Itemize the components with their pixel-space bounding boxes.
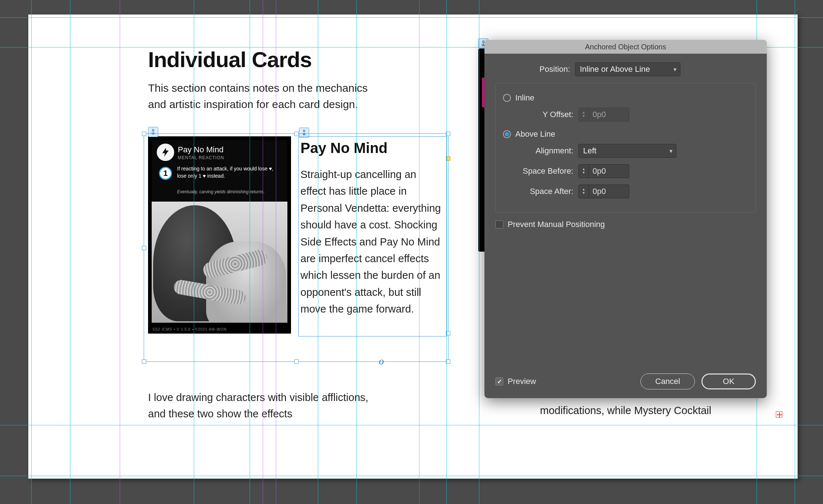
lightning-icon — [157, 144, 174, 161]
y-offset-value: 0p0 — [589, 110, 629, 119]
canvas[interactable]: Individual Cards This section contains n… — [0, 0, 823, 504]
ok-button[interactable]: OK — [701, 373, 756, 389]
resize-handle[interactable] — [294, 359, 299, 364]
card-cost-badge: 1 — [159, 167, 172, 180]
body-text: Straight-up cancelling an effect has lit… — [300, 166, 442, 318]
position-dropdown[interactable]: Inline or Above Line — [575, 62, 680, 76]
guide-horizontal[interactable] — [0, 17, 823, 18]
inline-label: Inline — [515, 93, 535, 103]
prevent-manual-checkbox[interactable] — [495, 220, 503, 228]
stepper-buttons: ▲▼ — [579, 108, 589, 121]
position-label: Position: — [495, 65, 575, 74]
preview-label: Preview — [508, 377, 536, 386]
stepper-buttons[interactable]: ▲▼ — [579, 185, 589, 198]
anchored-object-options-dialog[interactable]: Anchored Object Options Position: Inline… — [484, 40, 767, 398]
intro-text: This section contains notes on the mecha… — [148, 80, 380, 112]
guide-vertical[interactable] — [356, 0, 357, 504]
resize-handle[interactable] — [142, 246, 146, 250]
guide-vertical[interactable] — [31, 0, 32, 504]
prevent-manual-label: Prevent Manual Positioning — [508, 220, 605, 229]
card-footer: SS2 ICMS • V 1.5.0 • ©2021 AW-WON — [152, 327, 227, 331]
card-artwork — [152, 202, 287, 323]
guide-vertical[interactable] — [318, 0, 318, 504]
baseline-glyph: o — [379, 355, 384, 367]
card-subtitle: MENTAL REACTION — [178, 155, 224, 160]
above-line-radio[interactable] — [503, 130, 511, 138]
space-before-value[interactable]: 0p0 — [589, 166, 629, 176]
svg-point-1 — [303, 130, 305, 132]
alignment-value: Left — [583, 146, 597, 156]
dialog-footer: Preview Cancel OK — [495, 373, 756, 389]
column-guide[interactable] — [419, 0, 419, 504]
svg-point-2 — [483, 41, 484, 43]
y-offset-label: Y Offset: — [509, 110, 578, 119]
ok-label: OK — [723, 377, 734, 386]
card-rules-text: If reacting to an attack, if you would l… — [177, 165, 284, 179]
space-before-stepper[interactable]: ▲▼ 0p0 — [578, 164, 629, 178]
resize-handle[interactable] — [142, 132, 146, 136]
right-col-text-bottom: modifications, while Mystery Cocktail — [540, 405, 711, 417]
column-guide[interactable] — [120, 0, 120, 504]
card-flavor-text: Eventually, carving yields diminishing r… — [177, 189, 284, 194]
alignment-label: Alignment: — [509, 146, 578, 156]
resize-handle[interactable] — [294, 132, 299, 136]
guide-vertical[interactable] — [795, 0, 795, 504]
column-guide[interactable] — [276, 0, 276, 504]
inline-radio[interactable] — [503, 94, 511, 102]
svg-point-0 — [152, 129, 154, 131]
y-offset-stepper: ▲▼ 0p0 — [578, 108, 629, 121]
guide-horizontal[interactable] — [0, 425, 823, 425]
stepper-buttons[interactable]: ▲▼ — [579, 165, 589, 178]
resize-handle[interactable] — [142, 359, 146, 364]
guide-horizontal[interactable] — [0, 476, 823, 476]
position-value: Inline or Above Line — [580, 65, 650, 74]
guide-vertical[interactable] — [446, 0, 447, 504]
card-title: Pay No Mind — [178, 145, 224, 154]
overset-text-icon[interactable] — [776, 411, 782, 418]
space-after-label: Space After: — [509, 187, 578, 196]
cancel-button[interactable]: Cancel — [640, 373, 695, 389]
preview-checkbox[interactable] — [495, 377, 503, 385]
guide-vertical[interactable] — [479, 0, 479, 504]
dialog-body: Position: Inline or Above Line Inline Y … — [484, 54, 767, 238]
guide-vertical[interactable] — [70, 0, 70, 504]
guide-vertical[interactable] — [250, 0, 250, 504]
position-group: Inline Y Offset: ▲▼ 0p0 Above Line Align… — [495, 83, 756, 212]
page-title: Individual Cards — [148, 47, 312, 72]
column-guide[interactable] — [263, 0, 263, 504]
space-before-label: Space Before: — [509, 166, 578, 176]
card-header: Pay No Mind MENTAL REACTION 1 If reactin… — [152, 140, 287, 202]
alignment-dropdown[interactable]: Left — [578, 144, 676, 158]
card-inner: Pay No Mind MENTAL REACTION 1 If reactin… — [152, 140, 287, 323]
guide-vertical[interactable] — [194, 0, 194, 504]
space-after-stepper[interactable]: ▲▼ 0p0 — [578, 185, 629, 198]
card-frame-pay-no-mind[interactable]: Pay No Mind MENTAL REACTION 1 If reactin… — [148, 136, 291, 334]
dialog-titlebar[interactable]: Anchored Object Options — [484, 40, 767, 54]
section-heading: Pay No Mind — [300, 140, 388, 156]
anchor-marker-icon[interactable] — [148, 127, 158, 137]
space-after-value[interactable]: 0p0 — [589, 187, 629, 196]
cancel-label: Cancel — [655, 377, 680, 386]
lower-text: I love drawing characters with visible a… — [148, 389, 380, 422]
above-line-label: Above Line — [515, 129, 555, 139]
anchor-marker-icon[interactable] — [299, 128, 309, 138]
